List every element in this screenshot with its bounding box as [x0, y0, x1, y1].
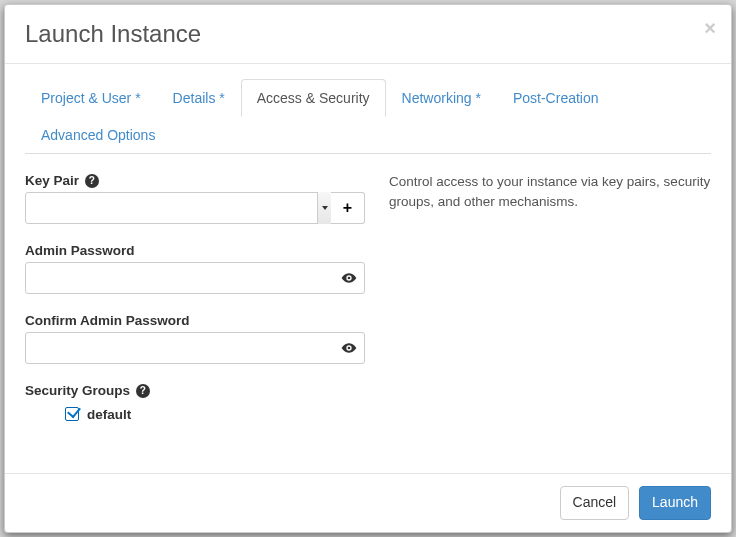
chevron-down-icon[interactable]: [317, 192, 331, 224]
confirm-admin-password-group: Confirm Admin Password: [25, 312, 365, 364]
help-icon[interactable]: ?: [136, 384, 150, 398]
tab-advanced-options[interactable]: Advanced Options: [25, 116, 171, 154]
security-group-name: default: [87, 407, 131, 422]
tab-project-user[interactable]: Project & User *: [25, 79, 157, 117]
cancel-button[interactable]: Cancel: [560, 486, 630, 520]
description-column: Control access to your instance via key …: [365, 172, 711, 440]
checkbox-checked-icon[interactable]: [65, 407, 79, 421]
launch-instance-modal: Launch Instance × Project & User * Detai…: [4, 4, 732, 533]
tabs: Project & User * Details * Access & Secu…: [25, 79, 711, 154]
key-pair-group: Key Pair ? +: [25, 172, 365, 224]
confirm-admin-password-label: Confirm Admin Password: [25, 313, 190, 328]
form-row: Key Pair ? + Admin Password: [25, 172, 711, 440]
key-pair-input-group: +: [25, 192, 365, 224]
description-text: Control access to your instance via key …: [389, 172, 711, 211]
tab-post-creation[interactable]: Post-Creation: [497, 79, 615, 117]
close-icon[interactable]: ×: [704, 17, 716, 40]
modal-body: Project & User * Details * Access & Secu…: [5, 64, 731, 473]
security-groups-label: Security Groups ?: [25, 383, 150, 398]
admin-password-label: Admin Password: [25, 243, 135, 258]
launch-button[interactable]: Launch: [639, 486, 711, 520]
eye-icon[interactable]: [341, 270, 357, 286]
admin-password-group: Admin Password: [25, 242, 365, 294]
modal-header: Launch Instance ×: [5, 5, 731, 64]
key-pair-select[interactable]: [25, 192, 331, 224]
confirm-admin-password-input[interactable]: [25, 332, 365, 364]
security-groups-group: Security Groups ? default: [25, 382, 365, 422]
eye-icon[interactable]: [341, 340, 357, 356]
security-group-item[interactable]: default: [25, 406, 365, 422]
key-pair-label: Key Pair ?: [25, 173, 99, 188]
modal-title: Launch Instance: [25, 20, 711, 48]
help-icon[interactable]: ?: [85, 174, 99, 188]
add-key-pair-button[interactable]: +: [331, 192, 365, 224]
tab-details[interactable]: Details *: [157, 79, 241, 117]
tab-networking[interactable]: Networking *: [386, 79, 497, 117]
tab-access-security[interactable]: Access & Security: [241, 79, 386, 117]
admin-password-input[interactable]: [25, 262, 365, 294]
form-column: Key Pair ? + Admin Password: [25, 172, 365, 440]
modal-footer: Cancel Launch: [5, 473, 731, 532]
